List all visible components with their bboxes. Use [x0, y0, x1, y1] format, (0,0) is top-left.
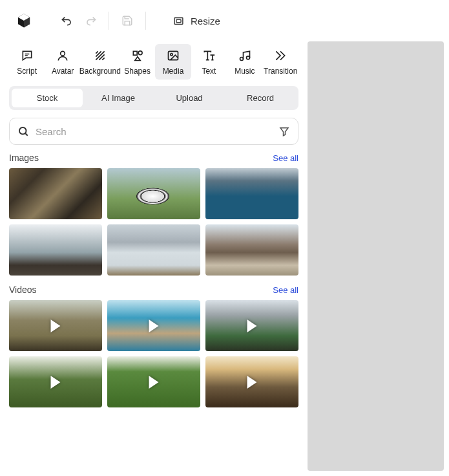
tab-label: Music: [235, 67, 255, 76]
music-icon: [238, 49, 251, 62]
tab-label: Avatar: [52, 67, 74, 76]
svg-point-6: [171, 54, 172, 56]
svg-rect-3: [133, 51, 137, 55]
tab-text[interactable]: Text: [191, 44, 227, 80]
svg-point-9: [19, 127, 26, 135]
resize-label: Resize: [191, 16, 220, 27]
segment-stock[interactable]: Stock: [12, 89, 83, 107]
tab-script[interactable]: Script: [9, 44, 45, 80]
app-logo: [16, 12, 32, 29]
svg-point-4: [138, 51, 142, 55]
script-icon: [21, 49, 34, 62]
tab-transition[interactable]: Transition: [263, 44, 298, 80]
image-thumb[interactable]: [107, 224, 200, 276]
save-button[interactable]: [116, 9, 139, 32]
video-thumb[interactable]: [9, 300, 102, 351]
segment-record[interactable]: Record: [225, 89, 296, 107]
play-icon: [149, 376, 159, 389]
segment-ai-image[interactable]: AI Image: [83, 89, 154, 107]
main-area: Script Avatar Background Shapes Media Te…: [0, 41, 449, 476]
tab-label: Transition: [264, 67, 297, 76]
resize-button[interactable]: Resize: [164, 12, 229, 30]
category-tabs: Script Avatar Background Shapes Media Te…: [9, 41, 298, 86]
video-thumb[interactable]: [107, 300, 200, 351]
image-thumb[interactable]: [205, 168, 298, 219]
media-icon: [167, 49, 180, 62]
tab-label: Text: [202, 67, 216, 76]
play-icon: [51, 319, 61, 332]
svg-rect-1: [176, 19, 181, 22]
filter-icon[interactable]: [278, 125, 290, 137]
text-icon: [202, 49, 215, 62]
tab-label: Background: [79, 67, 121, 76]
section-title: Videos: [9, 285, 37, 295]
images-see-all[interactable]: See all: [273, 153, 298, 163]
image-thumb[interactable]: [9, 224, 102, 276]
source-segmented: Stock AI Image Upload Record: [9, 86, 298, 110]
tab-label: Shapes: [124, 67, 151, 76]
segment-upload[interactable]: Upload: [154, 89, 225, 107]
tab-label: Script: [17, 67, 37, 76]
video-thumb[interactable]: [9, 356, 102, 407]
image-thumb[interactable]: [205, 224, 298, 276]
videos-see-all[interactable]: See all: [273, 285, 298, 295]
transition-icon: [274, 49, 287, 62]
svg-point-7: [240, 58, 243, 61]
tab-label: Media: [163, 67, 184, 76]
svg-rect-0: [174, 17, 183, 24]
svg-point-2: [61, 51, 65, 56]
tab-music[interactable]: Music: [227, 44, 262, 80]
search-bar: [9, 118, 298, 145]
shapes-icon: [131, 49, 144, 62]
play-icon: [247, 319, 257, 332]
redo-button[interactable]: [79, 9, 102, 32]
images-header: Images See all: [9, 153, 298, 163]
avatar-icon: [56, 49, 69, 62]
video-thumb[interactable]: [205, 356, 298, 407]
videos-grid: [9, 300, 298, 407]
top-toolbar: Resize: [0, 0, 449, 41]
left-panel: Script Avatar Background Shapes Media Te…: [0, 41, 308, 476]
svg-point-8: [246, 56, 249, 60]
images-grid: [9, 168, 298, 276]
search-icon: [17, 125, 29, 137]
image-thumb[interactable]: [107, 168, 200, 219]
undo-button[interactable]: [56, 9, 79, 32]
play-icon: [247, 376, 257, 389]
tab-background[interactable]: Background: [81, 44, 120, 80]
tab-avatar[interactable]: Avatar: [45, 44, 80, 80]
section-title: Images: [9, 153, 39, 163]
canvas-area[interactable]: [308, 41, 444, 471]
search-input[interactable]: [36, 126, 278, 137]
video-thumb[interactable]: [107, 356, 200, 407]
videos-header: Videos See all: [9, 285, 298, 295]
toolbar-divider: [109, 12, 109, 30]
play-icon: [149, 319, 159, 332]
play-icon: [51, 376, 61, 389]
tab-shapes[interactable]: Shapes: [120, 44, 155, 80]
toolbar-divider: [145, 12, 146, 30]
tab-media[interactable]: Media: [155, 44, 191, 80]
background-icon: [94, 49, 107, 62]
image-thumb[interactable]: [9, 168, 102, 219]
video-thumb[interactable]: [205, 300, 298, 351]
